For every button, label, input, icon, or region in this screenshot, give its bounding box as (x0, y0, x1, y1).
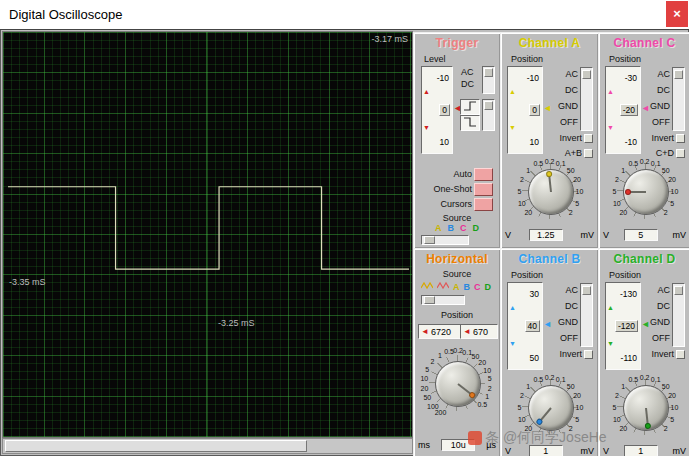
knob-dial[interactable] (435, 361, 481, 407)
toutiao-logo-icon (468, 431, 482, 445)
one-shot-button[interactable] (474, 183, 493, 196)
cursors-button[interactable] (474, 198, 493, 211)
invert-toggle[interactable] (676, 134, 685, 143)
gain-value-row: V 5 mV (603, 229, 686, 241)
source-d[interactable]: D (473, 223, 480, 233)
trigger-source-slider[interactable] (421, 235, 469, 245)
down-arrow-icon[interactable]: ▼ (607, 124, 614, 132)
knob-scale-label: 1 (526, 382, 530, 389)
coupling-thumb[interactable] (484, 68, 493, 77)
v-unit-label: V (505, 230, 511, 240)
channel-d-position-slider[interactable]: ▲ ▼ -130 -120 -110 (605, 282, 641, 370)
coupling-selector[interactable] (672, 67, 685, 131)
coupling-thumb[interactable] (674, 286, 683, 295)
source-b[interactable]: B (448, 223, 455, 233)
h-source-b[interactable]: B (464, 282, 471, 292)
horizontal-source-slider[interactable] (421, 295, 465, 305)
knob-pointer-dot (545, 171, 552, 178)
down-arrow-icon[interactable]: ▼ (509, 340, 516, 348)
knob-scale-label: 0.1 (651, 160, 661, 167)
knob-dial[interactable] (528, 385, 574, 431)
coupling-thumb[interactable] (674, 70, 683, 79)
channel-c-position-slider[interactable]: ▲ ▼ -30 -20 -10 (605, 66, 641, 154)
position-value-lower: -10 (625, 137, 637, 147)
down-arrow-icon[interactable]: ▼ (509, 124, 516, 132)
coupling-selector[interactable] (580, 67, 593, 131)
h-source-a[interactable]: A (453, 282, 460, 292)
timebase-knob[interactable]: 2001005020105210.50.20.15020105210.5 (417, 343, 497, 423)
knob-scale-label: 5 (518, 188, 522, 195)
falling-edge-icon[interactable] (460, 115, 480, 131)
source-a[interactable]: A (435, 223, 442, 233)
invert-toggle[interactable] (584, 350, 593, 359)
channel-b-position-slider[interactable]: ▲ ▼ 30 40 50 (507, 282, 543, 370)
h-source-c[interactable]: C (474, 282, 481, 292)
knob-dial[interactable] (623, 169, 669, 215)
position-spinner-coarse[interactable]: ◄ 6720 (418, 324, 462, 339)
h-source-d[interactable]: D (485, 282, 492, 292)
mode-gnd-label: GND (558, 101, 578, 111)
edge-selector[interactable] (482, 99, 495, 131)
position-label: Position (609, 54, 641, 64)
down-arrow-icon[interactable]: ▼ (607, 340, 614, 348)
knob-scale-label: 2 (615, 392, 619, 399)
position-marker-icon: ◄ (543, 320, 552, 329)
level-value-current: 0 (439, 104, 450, 116)
edge-selector-thumb[interactable] (484, 101, 493, 110)
trigger-title: Trigger (414, 33, 500, 50)
trigger-source-thumb[interactable] (424, 236, 435, 244)
up-arrow-icon[interactable]: ▲ (509, 304, 516, 312)
knob-pointer (537, 407, 551, 424)
knob-scale-label: 1 (526, 166, 530, 173)
spinner-left-arrow-icon[interactable]: ◄ (463, 327, 471, 336)
coupling-thumb[interactable] (582, 286, 591, 295)
v-unit-label: V (505, 446, 511, 456)
knob-dial[interactable] (623, 385, 669, 431)
rising-edge-icon[interactable] (460, 99, 480, 115)
position-coarse-value: 6720 (431, 327, 451, 337)
channel-a-position-slider[interactable]: ▲ ▼ -10 0 10 (507, 66, 543, 154)
level-value-lower: 10 (440, 137, 449, 147)
gain-knob[interactable]: 20105210.50.20.150201052 (512, 153, 588, 229)
spinner-left-arrow-icon[interactable]: ◄ (421, 327, 429, 336)
knob-scale-label: 10 (576, 188, 584, 195)
coupling-selector[interactable] (482, 66, 495, 94)
knob-scale-label: 2 (520, 392, 524, 399)
down-arrow-icon[interactable]: ▼ (423, 124, 430, 132)
knob-scale-label: 2 (520, 176, 524, 183)
up-arrow-icon[interactable]: ▲ (509, 88, 516, 96)
trigger-panel: Trigger Level ▲ ▼ -10 0 10 ◄ AC DC Auto … (413, 32, 501, 249)
up-arrow-icon[interactable]: ▲ (607, 88, 614, 96)
knob-scale-label: 50 (662, 382, 670, 389)
knob-dial[interactable] (528, 169, 574, 215)
position-spinner-fine[interactable]: ◄ 670 (460, 324, 498, 339)
cursor-time-top: -3.17 mS (371, 34, 408, 44)
mv-unit-label: mV (672, 446, 686, 456)
knob-scale-label: 10 (420, 375, 428, 382)
knob-scale-label: 100 (427, 402, 439, 409)
horizontal-source-thumb[interactable] (424, 296, 435, 304)
trigger-level-slider[interactable]: ▲ ▼ -10 0 10 (421, 66, 453, 154)
gain-knob[interactable]: 20105210.50.20.150201052 (607, 153, 683, 229)
invert-toggle[interactable] (584, 134, 593, 143)
coupling-selector[interactable] (580, 283, 593, 347)
knob-scale-label: 0.2 (640, 374, 650, 381)
mode-dc-label: DC (657, 301, 670, 311)
position-value-lower: -110 (621, 353, 637, 363)
coupling-selector[interactable] (672, 283, 685, 347)
knob-scale-label: 10 (671, 188, 679, 195)
knob-scale-label: 10 (576, 404, 584, 411)
coupling-thumb[interactable] (582, 70, 591, 79)
gain-knob[interactable]: 20105210.50.20.150201052 (607, 369, 683, 445)
knob-pointer-dot (468, 391, 476, 399)
scrollbar-thumb[interactable] (5, 440, 307, 452)
up-arrow-icon[interactable]: ▲ (607, 304, 614, 312)
knob-scale-label: 0.5 (477, 401, 487, 408)
up-arrow-icon[interactable]: ▲ (423, 88, 430, 96)
auto-button[interactable] (474, 168, 493, 181)
screen-scrollbar[interactable] (2, 438, 413, 454)
invert-toggle[interactable] (676, 350, 685, 359)
horizontal-source-label: Source (414, 269, 500, 279)
close-button[interactable]: × (666, 1, 688, 27)
source-c[interactable]: C (460, 223, 467, 233)
